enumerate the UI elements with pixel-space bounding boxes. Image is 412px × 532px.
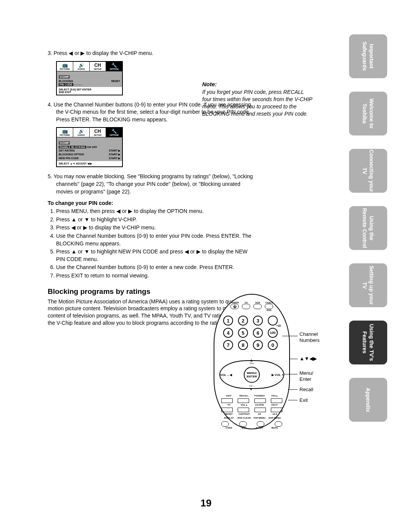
lab-reset: RESET [221,413,237,415]
lab-code: CODE [221,427,237,429]
btn-mini-3 [254,398,266,403]
osd-tab-picture: 📺PICTURE [57,62,73,71]
cp-step-2: Press ▲ or ▼ to highlight V-CHIP. [56,216,258,224]
lab-b2-4: FAV▼ [267,404,282,406]
osd-foot-l1: SELECT [0-9] SET ENTER [59,88,120,91]
lab-mts: MTS [237,427,252,429]
number-grid: 1 2 3 4 5 6 100 7 8 9 0 [223,316,280,350]
cp-step-5: Press ▲ or ▼ to highlight NEW PIN CODE a… [56,248,258,263]
cp-step-1: Press MENU, then press ◀ or ▶ to display… [56,208,258,215]
osd2-row-blockopt: BLOCKING OPTIONSTART ▶ [59,153,120,156]
cp-step-3: Press ◀ or ▶ to display the V-CHIP menu. [56,224,258,232]
tvvideo-lab: TV/VIDEO [252,395,267,397]
tab-remote: Using the Remote Control [349,206,387,250]
osd-tab-option: 🔧OPTION [106,62,122,71]
callout-arrows: ▲▼◀▶ [299,356,317,362]
osd2-row-rating: SET RATINGSTART ▶ [59,149,120,153]
btn-mini-8 [271,408,282,412]
tab-connecting: Connecting your TV [349,149,387,193]
num-100: 100 [268,328,278,338]
num-4: 4 [223,328,233,338]
num-7: 7 [223,340,233,350]
tab-features-active: Using the TV's Features [349,321,387,364]
btn-mini-1 [221,398,233,403]
lab-display: DISPLAY [221,417,237,419]
btn-mini-7 [254,408,266,412]
vol-plus: ▶ VOL + [272,373,283,376]
oval-4 [275,421,282,427]
btn-mini-2 [238,398,249,403]
ch-plus: ▲CH+ [249,358,254,364]
osd2-tab-option: 🔧OPTION [106,128,122,137]
osd2-tab-picture: 📺PICTURE [57,128,73,137]
btn-mini-5 [221,408,233,412]
osd-tab-audio: 🔊AUDIO [73,62,90,71]
num-3: 3 [253,316,263,326]
osd-tab-setup: CHSETUP [90,62,106,71]
ch-minus: CH –▼ [249,385,254,391]
lead-menu [284,374,298,374]
num-9: 9 [253,340,263,350]
num-6: 6 [253,328,263,338]
cp-step-4: Use the Channel Number buttons (0-9) to … [56,232,258,247]
fav-lab: FAV▲ [267,395,282,397]
cp-step-7: Press EXIT to return to normal viewing. [56,272,258,280]
btn-mini-4 [271,398,282,403]
num-8: 8 [238,340,248,350]
step-4: 4. Use the Channel Number buttons (0-9) … [48,101,258,124]
osd2-foot: SELECT ▲▼ ADJUST ◀ ▶ [59,162,92,165]
osd-row-pincode: PIN CODE– – – – [59,83,120,86]
page-number: 19 [0,497,412,509]
lab-b2-2: VOL▲ [237,404,252,406]
osd-header: V-CHIP [59,75,70,79]
step-3: 3. Press ◀ or ▶ to display the V-CHIP me… [48,50,258,57]
lead-arrows [290,359,298,359]
change-pin-list: Press MENU, then press ◀ or ▶ to display… [48,208,258,279]
tab-setting-up: Setting up your TV [349,263,387,307]
osd-row-blocking: BLOCKINGRESET [59,79,120,83]
exit-lab: EXIT [221,395,237,397]
osd2-tab-audio: 🔊AUDIO [73,128,90,137]
change-pin-head: To change your PIN code: [48,200,258,206]
lab-169: 16:9 [267,413,282,415]
lab-b2-1: TV [221,404,237,406]
osd2-header: V-CHIP [59,141,70,145]
oval-2 [239,421,247,427]
manual-page: Important Safeguards Welcome to Toshiba … [0,0,412,532]
osd-foot-l2: END EXIT [59,91,120,94]
osd2-row-enable: ENABLE BLOCKINGON OFF [59,145,120,149]
callout-recall: Recall [299,387,313,393]
callout-exit: Exit [299,397,308,403]
osd2-tab-setup: CHSETUP [90,128,106,137]
lead-recall [288,389,298,390]
oval-3 [257,421,264,427]
callout-channel: Channel Numbers [299,331,320,343]
recall-lab: RECALL [237,395,252,397]
lab-dvdclear: DVD CLEAR [237,417,252,419]
num-2: 2 [238,316,248,326]
lab-dvdmenu: DVD MENU [267,417,282,419]
lab-topmenu: TOP MENU [252,417,267,419]
callout-menu: Menu/ Enter [299,370,313,382]
lead-exit [288,400,298,400]
num-0: 0 [268,340,278,350]
main-content: 3. Press ◀ or ▶ to display the V-CHIP me… [48,50,258,330]
power-icon: ⏻ [230,304,239,309]
lab-mute: MUTE [267,427,282,429]
btn-mini-6 [238,408,249,412]
num-5: 5 [238,328,248,338]
vol-minus: VOL – ◀ [220,373,232,376]
tab-appendix: Appendix [349,378,387,422]
tv-mode-btn [242,304,250,309]
lab-captext: CAP/TEXT [237,413,252,415]
lead-channel [282,336,298,336]
tab-safeguards: Important Safeguards [349,34,387,78]
remote-illustration: POWER⏻ TV VCR CABLEDVD 1 2 3 4 5 6 100 7… [214,294,290,429]
cable-mode-btn [265,304,273,309]
num-1: 1 [223,316,233,326]
oval-1 [221,421,229,427]
plus-10-label: +10 [276,324,281,327]
lab-sleep: SLEEP [252,427,267,429]
vcr-mode-btn [253,304,262,309]
osd2-row-newpin: NEW PIN CODESTART ▶ [59,156,120,160]
